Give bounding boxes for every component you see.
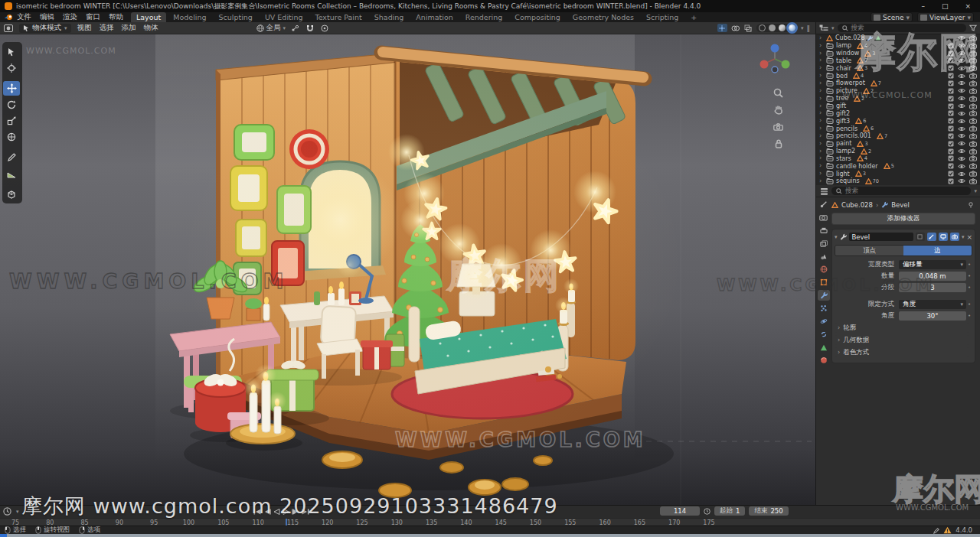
hide-viewport-eye-icon[interactable] [958, 133, 965, 138]
expand-icon[interactable]: › [819, 133, 824, 139]
properties-tab-constraints[interactable] [818, 329, 830, 340]
tab-sculpting[interactable]: Sculpting [214, 12, 258, 22]
properties-tab-data[interactable] [818, 342, 830, 353]
viewport-menu-3[interactable]: 物体 [144, 23, 158, 33]
pin-icon[interactable] [968, 202, 974, 208]
shading-wireframe-icon[interactable] [759, 24, 766, 31]
outliner-row-lamp2[interactable]: ›lamp22 [816, 148, 980, 155]
exclude-checkbox-icon[interactable] [948, 155, 954, 161]
exclude-checkbox-icon[interactable] [948, 141, 954, 147]
disable-render-camera-icon[interactable] [969, 103, 977, 109]
menu-4[interactable]: 帮助 [109, 12, 123, 22]
expand-icon[interactable]: › [819, 178, 824, 184]
exclude-checkbox-icon[interactable] [948, 110, 954, 116]
exclude-checkbox-icon[interactable] [948, 163, 954, 169]
hide-viewport-eye-icon[interactable] [958, 178, 965, 184]
windows-start-sliver[interactable] [0, 534, 7, 537]
outliner-row-table[interactable]: ›table7 [816, 57, 980, 65]
tool-annotate[interactable] [3, 150, 20, 164]
menu-3[interactable]: 窗口 [86, 12, 100, 22]
play-reverse-icon[interactable] [273, 509, 280, 515]
modifier-section-1[interactable]: ›几何数据 [835, 335, 969, 345]
exclude-checkbox-icon[interactable] [948, 43, 954, 49]
chevron-down-icon[interactable]: ▾ [831, 25, 835, 31]
properties-tab-world[interactable] [818, 264, 830, 275]
disable-render-camera-icon[interactable] [969, 50, 977, 57]
outliner-row-pencils-001[interactable]: ›pencils.0017 [816, 132, 980, 140]
properties-tab-particles[interactable] [818, 303, 830, 314]
viewport-menu-1[interactable]: 选择 [100, 23, 114, 33]
viewport-menu-2[interactable]: 添加 [122, 23, 136, 33]
hide-viewport-eye-icon[interactable] [958, 96, 965, 101]
disable-render-camera-icon[interactable] [969, 43, 977, 49]
proportional-edit-icon[interactable] [319, 24, 329, 32]
properties-tab-render[interactable] [818, 212, 830, 223]
properties-tab-output[interactable] [818, 225, 830, 236]
breadcrumb-object[interactable]: Cube.028 [841, 201, 873, 209]
expand-icon[interactable]: › [819, 118, 824, 124]
xray-toggle-icon[interactable] [743, 24, 753, 32]
modifier-editmode-toggle[interactable] [927, 233, 936, 241]
notification-icon[interactable] [933, 527, 939, 534]
prev-keyframe-icon[interactable] [263, 509, 271, 515]
shading-dropdown-icon[interactable]: ▾ [801, 25, 804, 31]
properties-tab-physics[interactable] [818, 316, 830, 327]
hide-viewport-eye-icon[interactable] [958, 73, 965, 79]
timeline-editor-icon[interactable] [3, 507, 11, 516]
close-button[interactable]: × [965, 2, 971, 10]
disable-render-camera-icon[interactable] [969, 80, 977, 86]
shading-material-icon[interactable] [779, 24, 786, 31]
chevron-down-icon[interactable]: ▾ [16, 509, 19, 515]
expand-icon[interactable]: › [819, 43, 824, 49]
viewport-menu-0[interactable]: 视图 [77, 23, 92, 33]
menu-1[interactable]: 编辑 [40, 12, 54, 22]
expand-icon[interactable]: › [819, 103, 824, 109]
breadcrumb-modifier[interactable]: Bevel [891, 201, 910, 209]
tab-geometry-nodes[interactable]: Geometry Nodes [567, 12, 639, 22]
hide-viewport-eye-icon[interactable] [958, 141, 965, 146]
tab-modeling[interactable]: Modeling [168, 12, 211, 22]
tab-rendering[interactable]: Rendering [460, 12, 508, 22]
properties-tab-material[interactable] [818, 355, 830, 366]
expand-icon[interactable]: › [819, 50, 824, 57]
panel-expand-icon[interactable]: ▾ [835, 234, 838, 240]
shading-rendered-icon[interactable] [789, 24, 795, 31]
perspective-toggle-icon[interactable] [772, 137, 785, 150]
tab-texture-paint[interactable]: Texture Paint [309, 12, 367, 22]
viewport-options-icon[interactable]: ‖ [807, 24, 812, 32]
modifier-delete-icon[interactable]: × [966, 233, 972, 241]
tab-animation[interactable]: Animation [410, 12, 458, 22]
viewlayer-new-icon[interactable]: ▾ [967, 14, 971, 21]
expand-icon[interactable]: › [819, 125, 824, 132]
camera-view-icon[interactable] [772, 120, 785, 133]
tool-cursor[interactable] [3, 60, 20, 75]
modifier-section-2[interactable]: ›着色方式 [835, 347, 969, 357]
disable-render-camera-icon[interactable] [969, 57, 977, 63]
hide-viewport-eye-icon[interactable] [958, 35, 965, 41]
chevron-down-icon[interactable]: ▾ [974, 188, 977, 194]
hide-viewport-eye-icon[interactable] [958, 171, 965, 177]
width-type-dropdown[interactable]: 偏移量▾ [899, 260, 966, 269]
exclude-checkbox-icon[interactable] [948, 118, 954, 124]
outliner-row-chair[interactable]: ›chair3 [816, 64, 980, 72]
mode-dropdown[interactable]: 物体模式 ▾ [19, 24, 71, 33]
frame-end-field[interactable]: 结束250 [749, 506, 788, 516]
disable-render-camera-icon[interactable] [969, 155, 977, 161]
affect-vertices-button[interactable]: 顶点 [835, 246, 903, 255]
exclude-checkbox-icon[interactable] [948, 65, 954, 71]
disable-render-camera-icon[interactable] [969, 148, 977, 155]
expand-icon[interactable]: › [819, 73, 824, 79]
viewlayer-selector[interactable]: ViewLayer ▾ [917, 12, 974, 22]
show-gizmo-icon[interactable] [717, 24, 727, 32]
animate-dot[interactable]: • [966, 273, 972, 279]
tab-scripting[interactable]: Scripting [641, 12, 684, 22]
tab-layout[interactable]: Layout [131, 12, 166, 22]
outliner-row-gift2[interactable]: ›gift2 [816, 109, 980, 117]
outliner-row-light[interactable]: ›light3 [816, 170, 980, 177]
outliner-row-sequins[interactable]: ›sequins70 [816, 177, 980, 185]
animate-dot[interactable]: • [966, 285, 972, 291]
expand-icon[interactable]: › [819, 35, 824, 41]
jump-to-end-icon[interactable] [302, 509, 309, 515]
hide-viewport-eye-icon[interactable] [958, 80, 965, 86]
properties-tab-tool[interactable] [818, 199, 830, 210]
